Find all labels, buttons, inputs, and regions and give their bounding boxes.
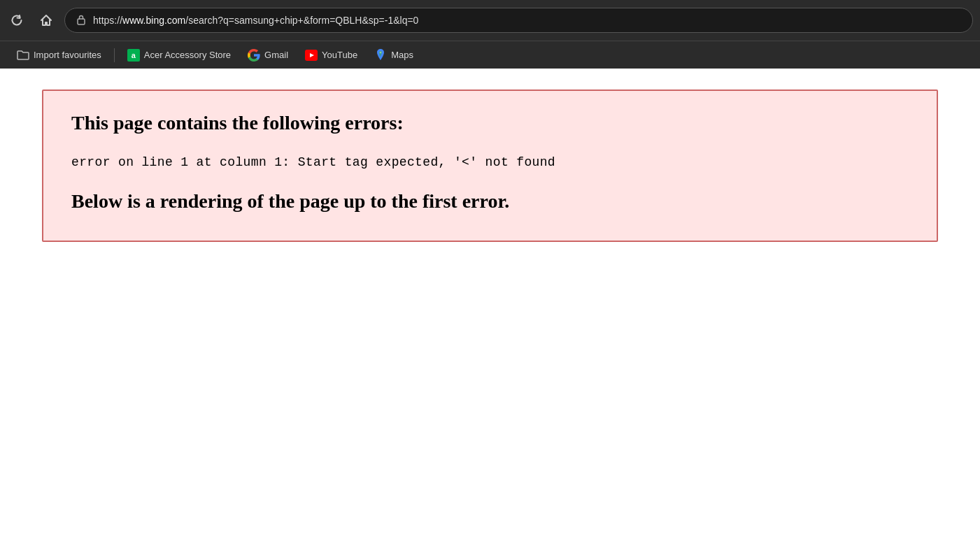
nav-controls [7, 10, 56, 30]
error-detail: error on line 1 at column 1: Start tag e… [71, 155, 909, 169]
google-icon [248, 49, 260, 62]
bookmarks-divider [114, 48, 115, 62]
folder-icon [17, 49, 29, 62]
bookmark-acer-label: Acer Accessory Store [144, 50, 231, 60]
error-box: This page contains the following errors:… [42, 90, 938, 242]
bookmark-import-favourites[interactable]: Import favourites [10, 46, 108, 64]
page-content: This page contains the following errors:… [0, 69, 980, 502]
maps-icon [374, 49, 387, 62]
bookmark-import-favourites-label: Import favourites [34, 50, 101, 60]
bookmark-gmail-label: Gmail [264, 50, 288, 60]
nav-bar: https://www.bing.com/search?q=samsung+ch… [0, 0, 980, 41]
bookmark-youtube-label: YouTube [322, 50, 357, 60]
bookmark-gmail[interactable]: Gmail [241, 46, 295, 64]
url-domain: www.bing.com [122, 15, 185, 26]
bookmark-youtube[interactable]: YouTube [298, 46, 364, 64]
url-text: https://www.bing.com/search?q=samsung+ch… [93, 15, 418, 26]
lock-icon [76, 14, 86, 27]
error-title: This page contains the following errors: [71, 112, 909, 134]
svg-rect-0 [78, 19, 85, 24]
bookmark-maps[interactable]: Maps [367, 46, 420, 64]
reload-button[interactable] [7, 10, 27, 30]
bookmark-acer[interactable]: a Acer Accessory Store [120, 46, 238, 64]
bookmark-maps-label: Maps [391, 50, 413, 60]
bookmarks-bar: Import favourites a Acer Accessory Store… [0, 41, 980, 69]
home-button[interactable] [36, 10, 56, 30]
svg-marker-1 [310, 53, 314, 57]
url-path: /search?q=samsung+chip+&form=QBLH&sp=-1&… [185, 15, 418, 26]
address-bar[interactable]: https://www.bing.com/search?q=samsung+ch… [64, 8, 973, 33]
browser-chrome: https://www.bing.com/search?q=samsung+ch… [0, 0, 980, 69]
acer-icon: a [127, 49, 140, 62]
error-subtitle: Below is a rendering of the page up to t… [71, 190, 909, 213]
youtube-icon [305, 49, 318, 62]
